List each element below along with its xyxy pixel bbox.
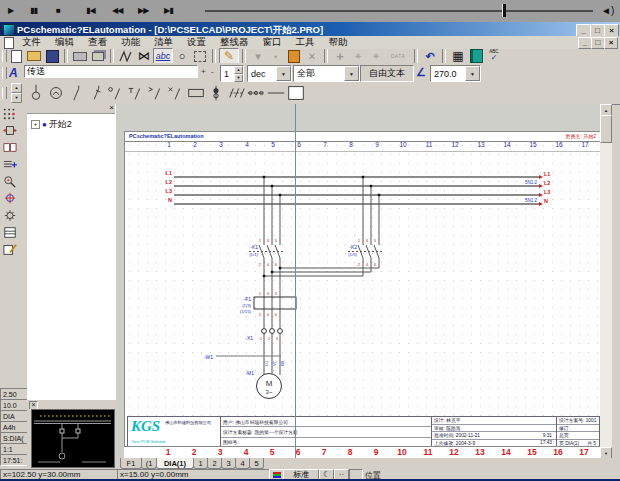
- save-icon[interactable]: [43, 49, 61, 64]
- seek-slider-track[interactable]: [205, 10, 593, 12]
- text-mode-icon[interactable]: abc: [153, 48, 173, 65]
- tab-page-1[interactable]: 1: [193, 458, 208, 469]
- symbol-spinner-down-icon[interactable]: ▼: [11, 93, 22, 103]
- open-folder-icon[interactable]: [25, 49, 43, 64]
- free-text-button[interactable]: 自由文本: [360, 65, 414, 82]
- contact-no-symbol-icon[interactable]: [66, 84, 86, 102]
- pencil-icon[interactable]: ✎: [219, 48, 239, 65]
- rewind-icon[interactable]: ◀◀: [112, 6, 122, 15]
- coil-symbol-icon[interactable]: [186, 84, 206, 102]
- print-icon[interactable]: [71, 49, 89, 64]
- symbol-spinner-up-icon[interactable]: ▲: [11, 83, 22, 93]
- contact-t-symbol-icon[interactable]: [126, 84, 146, 102]
- schematic-sheet[interactable]: PCschematic?ELautomation 更换名: 开始2 1 2 3 …: [124, 131, 600, 448]
- lamp-symbol-icon[interactable]: [26, 84, 46, 102]
- stop-icon[interactable]: ■: [56, 6, 60, 15]
- caret-down-icon[interactable]: ▾: [249, 49, 267, 64]
- spinner-down-icon[interactable]: ▼: [234, 74, 243, 82]
- rail-label-n-right: N: [544, 198, 548, 204]
- print-settings-icon[interactable]: [89, 49, 107, 64]
- line-symbol-icon[interactable]: [266, 84, 286, 102]
- blank-symbol-icon[interactable]: [286, 84, 306, 102]
- tab-dia1[interactable]: DIA(1): [156, 458, 194, 469]
- tab-page-2[interactable]: 2: [207, 458, 222, 469]
- zoom-search-icon[interactable]: [0, 173, 20, 189]
- drawing-canvas[interactable]: PCschematic?ELautomation 更换名: 开始2 1 2 3 …: [116, 104, 600, 458]
- preview-canvas[interactable]: [31, 409, 115, 468]
- text-plus-button[interactable]: +: [201, 67, 206, 76]
- scope-dropdown[interactable]: 全部 ▼: [293, 65, 360, 82]
- reference-point2-icon[interactable]: ⌖: [367, 49, 385, 64]
- database-card-icon[interactable]: [0, 224, 20, 240]
- circle-mode-icon[interactable]: ○: [173, 49, 191, 64]
- undo-icon[interactable]: ↶: [421, 49, 439, 64]
- tree-expand-icon[interactable]: +: [31, 120, 40, 129]
- forward-icon[interactable]: ▶▶: [138, 6, 148, 15]
- spinner-up-icon[interactable]: ▲: [234, 66, 243, 74]
- tab-1p[interactable]: (1: [141, 458, 157, 469]
- tab-f1[interactable]: F1: [120, 458, 142, 469]
- line-draw-icon[interactable]: [117, 49, 135, 64]
- data-fields-icon[interactable]: DATA: [385, 49, 411, 64]
- component-grid-icon[interactable]: ▦: [449, 49, 467, 64]
- tab-page-3[interactable]: 3: [221, 458, 236, 469]
- mdi-minimize-button[interactable]: _: [578, 37, 592, 49]
- reference-point-icon[interactable]: ⌖: [349, 49, 367, 64]
- text-value-input[interactable]: [24, 65, 198, 78]
- font-icon[interactable]: A: [9, 66, 18, 80]
- paste-icon[interactable]: [285, 49, 303, 64]
- contact-arrow-symbol-icon[interactable]: [146, 84, 166, 102]
- next-icon[interactable]: ▶▮: [164, 6, 173, 15]
- line-list-icon[interactable]: [0, 156, 20, 172]
- panel-close-icon[interactable]: ×: [109, 103, 114, 112]
- symbol-mode-icon[interactable]: ⋈: [135, 49, 153, 64]
- area-select-icon[interactable]: [191, 49, 209, 64]
- k2-label: -K2: [349, 244, 357, 250]
- toolbar-grip[interactable]: [2, 87, 7, 99]
- tab-page-5[interactable]: 5: [249, 458, 264, 469]
- catalog-book-icon[interactable]: [0, 139, 20, 155]
- mdi-restore-button[interactable]: □: [591, 37, 605, 49]
- toolbar-grip[interactable]: [2, 67, 7, 79]
- move-icon[interactable]: +: [331, 49, 349, 64]
- play-icon[interactable]: ▶: [8, 6, 13, 15]
- prev-icon[interactable]: ▮◀: [86, 6, 95, 15]
- database-book-icon[interactable]: [467, 49, 485, 64]
- text-minus-button[interactable]: -: [211, 67, 214, 76]
- spell-check-icon[interactable]: ABC ✓: [485, 49, 503, 64]
- document-icon[interactable]: [4, 37, 14, 49]
- size-spinner[interactable]: 1 ▲ ▼: [220, 65, 244, 82]
- crosshair-pins-icon[interactable]: [0, 190, 20, 206]
- m1-label: -M1: [245, 370, 254, 376]
- contact-x-symbol-icon[interactable]: [166, 84, 186, 102]
- pause-icon[interactable]: ▮▮: [30, 6, 37, 15]
- column-ruler-top: 1 2 3 4 5 6 7 8 9 10 11 12 13 14 15 16 1…: [125, 141, 600, 152]
- chevron-down-icon[interactable]: ▼: [344, 66, 359, 81]
- three-pole-contact-symbol-icon[interactable]: [226, 84, 246, 102]
- tree-root-item[interactable]: + ● 开始2: [31, 118, 72, 131]
- edit-note-icon[interactable]: [0, 241, 20, 257]
- volume-icon[interactable]: ◄): [601, 5, 614, 16]
- contact-nc-symbol-icon[interactable]: [86, 84, 106, 102]
- grid-points-icon[interactable]: [0, 105, 20, 121]
- format-dropdown[interactable]: dec ▼: [247, 65, 292, 82]
- new-icon[interactable]: [7, 49, 25, 64]
- insert-icon[interactable]: ▪: [267, 49, 285, 64]
- angle-dropdown[interactable]: 270.0 ▼: [430, 65, 481, 82]
- vertical-scrollbar[interactable]: ▲ ▼: [600, 104, 612, 458]
- terminal-row-symbol-icon[interactable]: [246, 84, 266, 102]
- scrollbar-thumb[interactable]: [600, 115, 612, 143]
- kgs-logo: KGS: [131, 418, 160, 435]
- mdi-close-button[interactable]: ×: [604, 37, 618, 49]
- page-symbols-icon[interactable]: [0, 122, 20, 138]
- motor-symbol-icon[interactable]: [46, 84, 66, 102]
- settings-gear-icon[interactable]: [0, 207, 20, 223]
- angle-icon[interactable]: ∠: [416, 66, 426, 79]
- chevron-down-icon[interactable]: ▼: [465, 66, 480, 81]
- plug-symbol-icon[interactable]: [206, 84, 226, 102]
- chevron-down-icon[interactable]: ▼: [276, 66, 291, 81]
- delete-icon[interactable]: ×: [303, 49, 321, 64]
- seek-slider-thumb[interactable]: [502, 4, 506, 17]
- tab-page-4[interactable]: 4: [235, 458, 250, 469]
- contact-c-symbol-icon[interactable]: [106, 84, 126, 102]
